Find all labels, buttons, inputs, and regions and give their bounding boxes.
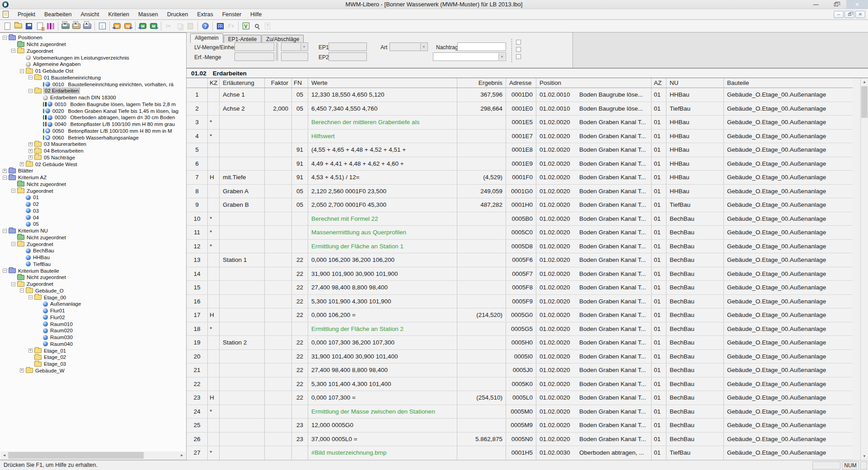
tree-item[interactable]: −02 Erdarbeiten	[1, 88, 185, 94]
collapse-icon[interactable]: −	[28, 75, 33, 79]
cell-bt[interactable]: Gebäude_O.Etage_00.Außenanlage	[724, 308, 853, 322]
cell-num[interactable]: 26	[187, 433, 208, 446]
cell-bt[interactable]: Gebäude_O.Etage_00.Außenanlage	[724, 88, 853, 102]
cell-wer[interactable]: Hilfswert	[308, 130, 457, 143]
tree-item[interactable]: Flur02	[1, 314, 185, 321]
cell-bt[interactable]: Gebäude_O.Etage_00.Außenanlage	[724, 281, 853, 294]
cell-wer[interactable]: 2,120 2,560 0001F0 23,500	[308, 185, 457, 198]
tree-item[interactable]: −Kriterium AZ	[1, 174, 185, 181]
table-row[interactable]: 1Achse 10512,330 18,550 4,650 5,120367,5…	[187, 88, 853, 102]
cell-az[interactable]: 01	[652, 363, 666, 377]
cell-kz[interactable]	[208, 143, 220, 157]
cell-bt[interactable]: Gebäude_O.Etage_00.Außenanlage	[724, 157, 853, 171]
cell-fn[interactable]: 05	[292, 88, 308, 102]
cell-erg[interactable]: 5.862,875	[457, 433, 506, 446]
column-header-KZ[interactable]: KZ	[208, 78, 220, 88]
cell-kz[interactable]	[208, 198, 220, 212]
cell-adr[interactable]: 0005G5	[506, 322, 536, 336]
cell-fn[interactable]: 22	[292, 336, 308, 349]
cell-fak[interactable]	[265, 419, 292, 432]
cell-adr[interactable]: 0005N0	[506, 433, 536, 446]
tree-item[interactable]: 02	[1, 201, 185, 208]
cell-pos[interactable]: 01.02.0020Boden Graben Kanal T...	[536, 116, 652, 129]
cell-erg[interactable]	[457, 336, 506, 349]
cell-fak[interactable]	[265, 391, 292, 405]
cell-bt[interactable]: Gebäude_O.Etage_00.Außenanlage	[724, 212, 853, 226]
cell-kz[interactable]	[208, 377, 220, 391]
expand-icon[interactable]: +	[28, 142, 33, 146]
cell-erl[interactable]	[220, 377, 265, 391]
collapse-icon[interactable]: −	[3, 269, 7, 273]
cell-erg[interactable]: 487,282	[457, 198, 506, 212]
cell-fak[interactable]	[265, 185, 292, 198]
tab-allgemein[interactable]: Allgemein	[190, 33, 223, 43]
cell-erg[interactable]	[457, 212, 506, 226]
cell-wer[interactable]: Ermittlung der Masse zwischen den Statio…	[308, 405, 457, 419]
cell-erg[interactable]: 298,664	[457, 102, 506, 116]
cell-fak[interactable]	[265, 405, 292, 419]
tree-item[interactable]: Nicht zugeordnet	[1, 41, 185, 48]
column-header-Bauteile[interactable]: Bauteile	[724, 78, 853, 88]
cell-num[interactable]: 19	[187, 336, 208, 349]
tree-item[interactable]: −Kriterium Bauteile	[1, 267, 185, 274]
cell-pos[interactable]: 01.02.0020Boden Graben Kanal T...	[536, 212, 652, 226]
tree-item[interactable]: +04 Betonarbeiten	[1, 148, 185, 154]
cell-erg[interactable]: 249,059	[457, 185, 506, 198]
cell-adr[interactable]: 0001E7	[506, 130, 536, 143]
cell-adr[interactable]: 0005K0	[506, 377, 536, 391]
open-project-icon[interactable]	[13, 21, 23, 32]
tree-item[interactable]: −Zugeordnet	[1, 187, 185, 194]
art-dropdown[interactable]: ▼	[389, 42, 428, 51]
tree-item[interactable]: −01 Baustelleneinrichtung	[1, 74, 185, 81]
tree-item[interactable]: Flur01	[1, 307, 185, 314]
tree-horizontal-scrollbar[interactable]: ◄ ►	[0, 451, 186, 459]
cell-fn[interactable]	[292, 226, 308, 239]
cell-erl[interactable]: mit.Tiefe	[220, 171, 265, 184]
cell-fn[interactable]: 22	[292, 377, 308, 391]
cell-num[interactable]: 17	[187, 308, 208, 322]
cell-fn[interactable]: 91	[292, 171, 308, 184]
cell-erl[interactable]	[220, 212, 265, 226]
tree-item[interactable]: Raum020	[1, 327, 185, 334]
cell-kz[interactable]	[208, 295, 220, 308]
cell-wer[interactable]: 27,400 98,400 8,800 98,400	[308, 281, 457, 294]
import-w-icon[interactable]: W◄	[112, 21, 122, 32]
cell-erg[interactable]	[457, 405, 506, 419]
cell-adr[interactable]: 0005F7	[506, 267, 536, 281]
cell-num[interactable]: 13	[187, 253, 208, 267]
cell-pos[interactable]: 01.02.0020Boden Graben Kanal T...	[536, 171, 652, 184]
cell-kz[interactable]	[208, 157, 220, 171]
cell-az[interactable]: 01	[652, 226, 666, 239]
mdi-close-button[interactable]: ✕	[855, 11, 865, 18]
cell-nu[interactable]: TiefBau	[666, 102, 724, 116]
cell-fak[interactable]	[265, 116, 292, 129]
tree-scroll-thumb[interactable]	[8, 452, 144, 459]
cell-erl[interactable]	[220, 240, 265, 253]
cell-az[interactable]: 01	[652, 405, 666, 419]
cell-fn[interactable]: 91	[292, 143, 308, 157]
cell-erl[interactable]	[220, 267, 265, 281]
tree-item[interactable]: +Gebäude_W	[1, 368, 185, 374]
cell-fn[interactable]	[292, 116, 308, 129]
cell-kz[interactable]	[208, 363, 220, 377]
cell-fn[interactable]: 05	[292, 102, 308, 116]
cell-az[interactable]: 01	[652, 116, 666, 129]
cell-erl[interactable]: Station 1	[220, 253, 265, 267]
print-aufmass-icon[interactable]	[82, 21, 93, 32]
tree-item[interactable]: −Zugeordnet	[1, 48, 185, 55]
cell-fn[interactable]: 22	[292, 267, 308, 281]
cell-kz[interactable]	[208, 88, 220, 102]
menu-bearbeiten[interactable]: Bearbeiten	[40, 10, 76, 19]
cell-erg[interactable]	[457, 240, 506, 253]
cell-erl[interactable]	[220, 308, 265, 322]
export-w-icon[interactable]: W►	[122, 21, 133, 32]
cell-fak[interactable]	[265, 350, 292, 363]
einheit-dropdown[interactable]: ▼	[281, 42, 308, 51]
cell-bt[interactable]: Gebäude_O.Etage_00.Außenanlage	[724, 253, 853, 267]
table-row[interactable]: 152227,400 98,400 8,800 98,4000005F801.0…	[187, 281, 853, 295]
table-row[interactable]: 10*Berechnet mit Formel 220005B001.02.00…	[187, 212, 853, 226]
cell-nu[interactable]: BechBau	[666, 226, 724, 239]
tree-item[interactable]: +03 Maurerarbeiten	[1, 141, 185, 148]
tree-item[interactable]: 05	[1, 221, 185, 228]
collapse-icon[interactable]: −	[11, 189, 15, 193]
